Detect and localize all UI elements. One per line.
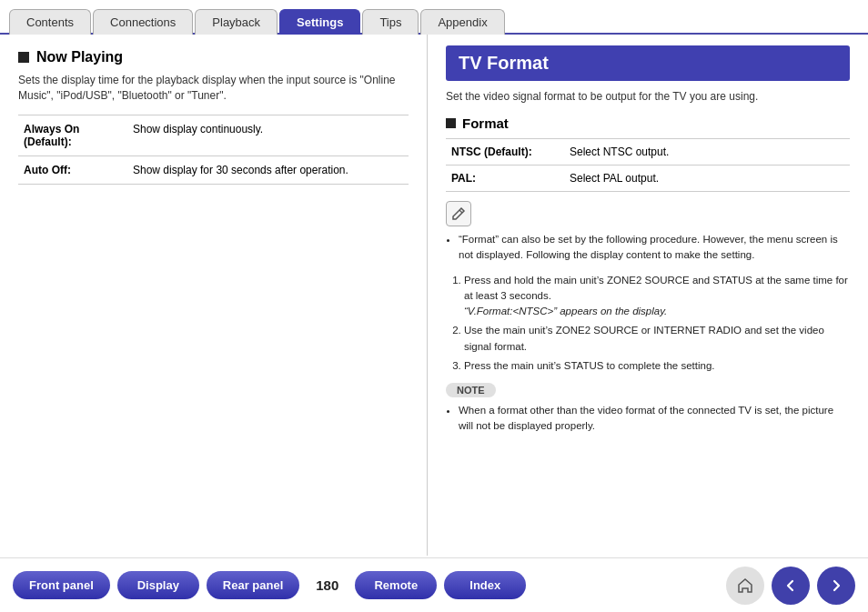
tab-playback[interactable]: Playback (195, 9, 278, 35)
table-row: NTSC (Default): Select NTSC output. (446, 139, 850, 166)
note-label: NOTE (446, 383, 496, 397)
tv-format-header: TV Format (446, 45, 850, 81)
table-row: Always On (Default): Show display contin… (18, 115, 409, 156)
index-button[interactable]: Index (444, 571, 526, 599)
table-cell-value: Select NTSC output. (564, 139, 850, 166)
list-item: Press and hold the main unit’s ZONE2 SOU… (464, 273, 850, 320)
note-bullet-list: “Format” can also be set by the followin… (446, 232, 850, 264)
tab-appendix[interactable]: Appendix (420, 9, 504, 35)
left-panel: Now Playing Sets the display time for th… (0, 35, 428, 556)
now-playing-table: Always On (Default): Show display contin… (18, 115, 409, 185)
table-row: PAL: Select PAL output. (446, 166, 850, 192)
note-bullet-item: “Format” can also be set by the followin… (459, 232, 850, 264)
tab-contents[interactable]: Contents (9, 9, 91, 35)
note-content: When a format other than the video forma… (446, 403, 850, 435)
home-button[interactable] (726, 567, 764, 605)
format-table: NTSC (Default): Select NTSC output. PAL:… (446, 138, 850, 192)
display-button[interactable]: Display (117, 571, 199, 599)
tab-settings[interactable]: Settings (279, 9, 360, 35)
page-number: 180 (316, 577, 338, 593)
format-square-icon (446, 118, 456, 128)
forward-button[interactable] (817, 567, 855, 605)
table-cell-value: Select PAL output. (564, 166, 850, 192)
steps-list: Press and hold the main unit’s ZONE2 SOU… (446, 273, 850, 375)
now-playing-title: Now Playing (18, 49, 409, 65)
table-row: Auto Off: Show display for 30 seconds af… (18, 156, 409, 184)
top-navigation: Contents Connections Playback Settings T… (0, 0, 868, 35)
front-panel-button[interactable]: Front panel (13, 571, 110, 599)
main-content: Now Playing Sets the display time for th… (0, 35, 868, 556)
table-cell-value: Show display for 30 seconds after operat… (127, 156, 409, 184)
bottom-bar: Front panel Display Rear panel 180 Remot… (0, 557, 868, 612)
table-cell-label: Auto Off: (18, 156, 127, 184)
now-playing-desc: Sets the display time for the playback d… (18, 73, 409, 104)
list-item: Use the main unit’s ZONE2 SOURCE or INTE… (464, 323, 850, 355)
right-panel: TV Format Set the video signal format to… (428, 35, 868, 556)
table-cell-value: Show display continuously. (127, 115, 409, 156)
format-section-title: Format (446, 115, 850, 131)
tab-connections[interactable]: Connections (93, 9, 193, 35)
table-cell-label: NTSC (Default): (446, 139, 564, 166)
home-icon (736, 577, 754, 595)
tab-tips[interactable]: Tips (362, 9, 419, 35)
back-button[interactable] (772, 567, 810, 605)
forward-arrow-icon (828, 577, 844, 594)
tv-format-desc: Set the video signal format to be output… (446, 90, 850, 103)
square-icon (18, 52, 29, 63)
rear-panel-button[interactable]: Rear panel (207, 571, 299, 599)
remote-button[interactable]: Remote (355, 571, 437, 599)
pencil-icon (446, 201, 471, 226)
list-item: Press the main unit’s STATUS to complete… (464, 358, 850, 374)
table-cell-label: PAL: (446, 166, 564, 192)
note-text: When a format other than the video forma… (459, 403, 850, 435)
back-arrow-icon (782, 577, 799, 594)
table-cell-label: Always On (Default): (18, 115, 127, 156)
